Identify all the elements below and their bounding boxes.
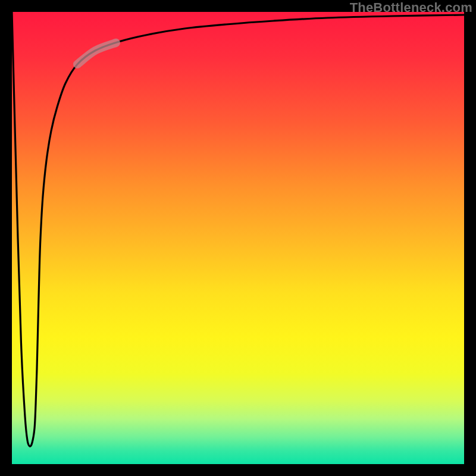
watermark-label: TheBottleneck.com xyxy=(350,0,472,15)
curve-highlight-segment xyxy=(77,43,116,64)
chart-plot-area xyxy=(12,12,464,464)
chart-container: TheBottleneck.com xyxy=(0,0,476,476)
bottleneck-curve xyxy=(12,12,464,446)
